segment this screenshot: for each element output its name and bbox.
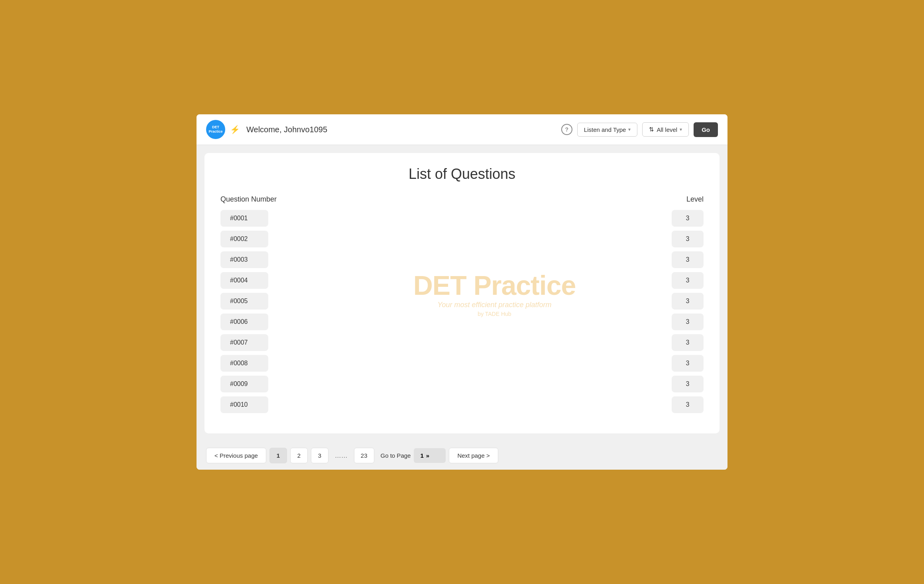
level-badge: 3 xyxy=(672,293,704,310)
table-row: #0005 3 xyxy=(220,293,704,310)
prev-page-label: < Previous page xyxy=(214,452,258,459)
level-badge: 3 xyxy=(672,355,704,372)
col-question-header: Question Number xyxy=(220,195,277,204)
table-row: #0007 3 xyxy=(220,334,704,351)
level-badge: 3 xyxy=(672,396,704,413)
table-row: #0008 3 xyxy=(220,355,704,372)
questions-card: DET Practice Your most efficient practic… xyxy=(204,153,720,433)
goto-label: Go to Page xyxy=(381,452,411,459)
question-button[interactable]: #0006 xyxy=(220,314,268,330)
help-icon-label: ? xyxy=(565,126,569,133)
page-num-button[interactable]: 3 xyxy=(311,448,328,463)
level-badge: 3 xyxy=(672,251,704,268)
help-icon[interactable]: ? xyxy=(561,124,572,135)
next-page-button[interactable]: Next page > xyxy=(449,448,498,463)
next-page-label: Next page > xyxy=(457,452,490,459)
pagination: < Previous page 123 …… 23 Go to Page 1 »… xyxy=(197,441,727,470)
table-row: #0009 3 xyxy=(220,376,704,392)
sort-icon: ⇅ xyxy=(649,126,654,133)
page-title: List of Questions xyxy=(220,166,704,182)
level-badge: 3 xyxy=(672,231,704,247)
bolt-icon: ⚡ xyxy=(230,125,240,134)
question-button[interactable]: #0005 xyxy=(220,293,268,310)
level-badge: 3 xyxy=(672,210,704,227)
goto-section: Go to Page 1 » xyxy=(381,448,446,463)
table-row: #0010 3 xyxy=(220,396,704,413)
listen-type-dropdown[interactable]: Listen and Type ▾ xyxy=(577,123,638,137)
table-row: #0003 3 xyxy=(220,251,704,268)
level-dropdown[interactable]: ⇅ All level ▾ xyxy=(642,122,689,137)
level-badge: 3 xyxy=(672,314,704,330)
goto-value: 1 xyxy=(420,452,423,459)
table-row: #0002 3 xyxy=(220,231,704,247)
level-badge: 3 xyxy=(672,272,704,289)
goto-arrow-icon: » xyxy=(426,452,429,459)
listen-type-label: Listen and Type xyxy=(584,126,626,133)
header: DET Practice ⚡ Welcome, Johnvo1095 ? Lis… xyxy=(197,114,727,145)
chevron-down-icon: ▾ xyxy=(628,127,631,132)
last-page-button[interactable]: 23 xyxy=(354,448,374,463)
page-numbers: 123 xyxy=(269,448,328,463)
questions-list: #0001 3 #0002 3 #0003 3 #0004 3 #0005 3 … xyxy=(220,210,704,413)
logo-text: DET Practice xyxy=(206,125,225,134)
go-button[interactable]: Go xyxy=(694,122,718,137)
question-button[interactable]: #0008 xyxy=(220,355,268,372)
columns-header: Question Number Level xyxy=(220,195,704,204)
question-button[interactable]: #0007 xyxy=(220,334,268,351)
question-button[interactable]: #0003 xyxy=(220,251,268,268)
question-button[interactable]: #0010 xyxy=(220,396,268,413)
table-row: #0004 3 xyxy=(220,272,704,289)
welcome-text: Welcome, Johnvo1095 xyxy=(246,125,327,134)
header-right: ? Listen and Type ▾ ⇅ All level ▾ Go xyxy=(561,122,718,137)
question-button[interactable]: #0002 xyxy=(220,231,268,247)
table-row: #0006 3 xyxy=(220,314,704,330)
logo: DET Practice xyxy=(206,120,225,139)
question-button[interactable]: #0001 xyxy=(220,210,268,227)
chevron-down-icon-2: ▾ xyxy=(680,127,682,132)
page-dots: …… xyxy=(332,452,351,459)
page-num-button[interactable]: 1 xyxy=(269,448,287,463)
col-level-header: Level xyxy=(686,195,704,204)
level-badge: 3 xyxy=(672,376,704,392)
question-button[interactable]: #0009 xyxy=(220,376,268,392)
goto-button[interactable]: 1 » xyxy=(414,448,446,463)
level-label: All level xyxy=(657,126,677,133)
table-row: #0001 3 xyxy=(220,210,704,227)
main-content: DET Practice Your most efficient practic… xyxy=(197,145,727,441)
question-button[interactable]: #0004 xyxy=(220,272,268,289)
prev-page-button[interactable]: < Previous page xyxy=(206,448,266,463)
app-container: DET Practice ⚡ Welcome, Johnvo1095 ? Lis… xyxy=(195,113,729,471)
page-num-button[interactable]: 2 xyxy=(290,448,308,463)
level-badge: 3 xyxy=(672,334,704,351)
